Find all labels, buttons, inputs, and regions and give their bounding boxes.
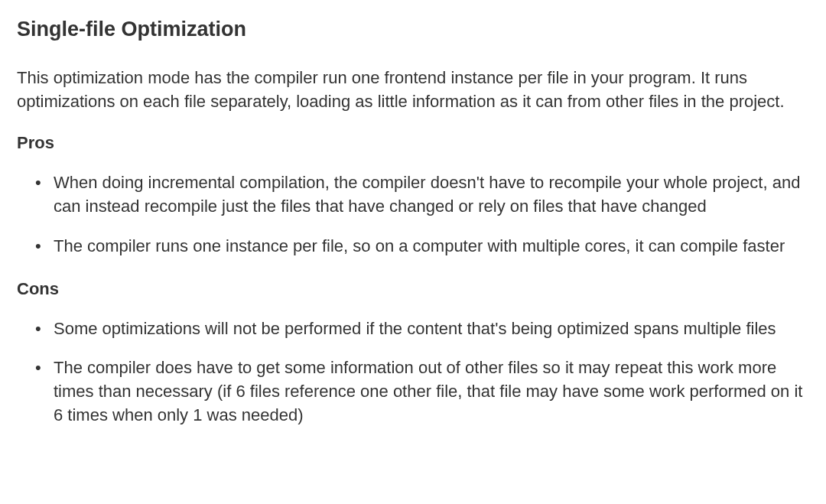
list-item: Some optimizations will not be performed…	[54, 317, 809, 340]
section-title: Single-file Optimization	[17, 15, 809, 44]
list-item: The compiler runs one instance per file,…	[54, 234, 809, 258]
cons-heading: Cons	[17, 278, 809, 301]
cons-list: Some optimizations will not be performed…	[17, 317, 809, 428]
list-item: The compiler does have to get some infor…	[54, 356, 809, 428]
pros-list: When doing incremental compilation, the …	[17, 171, 809, 258]
pros-heading: Pros	[17, 132, 809, 155]
section-intro-paragraph: This optimization mode has the compiler …	[17, 66, 809, 113]
list-item: When doing incremental compilation, the …	[54, 171, 809, 218]
